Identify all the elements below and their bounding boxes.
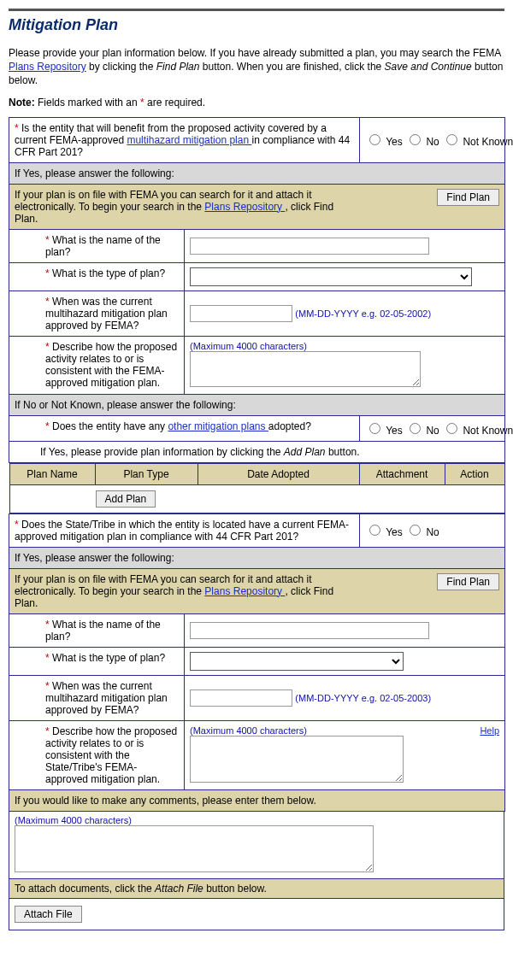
note-line: Note: Fields marked with an * are requir…: [9, 97, 504, 109]
plans-repository-link[interactable]: Plans Repository: [9, 61, 86, 73]
q-desc-1: Describe how the proposed activity relat…: [45, 341, 177, 389]
multihazard-plan-link[interactable]: multihazard mitigation plan: [127, 134, 251, 146]
col-action: Action: [445, 463, 504, 484]
q1-yes-radio[interactable]: [369, 134, 380, 145]
page-title: Mitigation Plan: [9, 16, 504, 34]
plan-date-input-2[interactable]: [190, 690, 292, 707]
max-hint-2: (Maximum 4000 characters): [190, 725, 499, 736]
intro-before: Please provide your plan information bel…: [9, 47, 501, 59]
ifyes-header-1: If Yes, please answer the following:: [9, 162, 505, 184]
note-label: Note:: [9, 97, 35, 109]
q2-no-radio[interactable]: [410, 423, 421, 434]
attach-hdr-before: To attach documents, click the: [15, 883, 155, 895]
top-rule: [9, 9, 504, 11]
q3-yes-label: Yes: [386, 526, 403, 538]
col-attachment: Attachment: [359, 463, 445, 484]
q1-nk-radio[interactable]: [446, 134, 457, 145]
plan-desc-textarea-1[interactable]: [190, 351, 421, 387]
req-ast: *: [45, 680, 52, 692]
date-hint-1: (MM-DD-YYYY e.g. 02-05-2002): [295, 308, 431, 319]
intro-mid: by clicking the: [86, 61, 156, 73]
q-type-2: What is the type of plan?: [52, 652, 165, 664]
req-ast: *: [45, 234, 52, 246]
col-plan-name: Plan Name: [9, 463, 95, 484]
q1-no-radio[interactable]: [410, 134, 421, 145]
find-plan-button-1[interactable]: Find Plan: [437, 189, 499, 206]
q-other-before: Does the entity have any: [52, 420, 168, 432]
plan-type-select-1[interactable]: [190, 267, 472, 286]
req-ast: *: [15, 519, 21, 531]
note-tail: are required.: [144, 97, 205, 109]
note-text: Fields marked with an: [35, 97, 140, 109]
q-state: Does the State/Tribe in which the entity…: [15, 519, 349, 543]
attach-file-button[interactable]: Attach File: [15, 906, 82, 923]
req-ast: *: [45, 725, 52, 737]
req-ast: *: [15, 122, 21, 134]
q2-nk-radio[interactable]: [446, 423, 457, 434]
q1-nk-label: Not Known: [463, 136, 513, 148]
ifyes-addplan-em: Add Plan: [284, 446, 326, 458]
ifyes-addplan-after: button.: [326, 446, 360, 458]
attach-hdr-em: Attach File: [155, 883, 203, 895]
q-type-1: What is the type of plan?: [52, 267, 165, 279]
req-ast: *: [45, 296, 52, 308]
max-hint-1: (Maximum 4000 characters): [190, 341, 499, 351]
plan-name-input-2[interactable]: [190, 622, 429, 639]
intro-after: button. When you are finished, click the: [199, 61, 384, 73]
plan-date-input-1[interactable]: [190, 305, 292, 322]
find-plan-button-2[interactable]: Find Plan: [437, 573, 499, 590]
date-hint-2: (MM-DD-YYYY e.g. 02-05-2003): [295, 693, 431, 703]
q2-yes-radio[interactable]: [369, 423, 380, 434]
other-mitigation-plans-link[interactable]: other mitigation plans: [168, 420, 268, 432]
max-hint-3: (Maximum 4000 characters): [15, 815, 498, 825]
plan-desc-textarea-2[interactable]: [190, 736, 404, 783]
req-ast: *: [45, 420, 52, 432]
form-table: * Is the entity that will benefit from t…: [9, 117, 505, 812]
plans-repository-link-2[interactable]: Plans Repository: [204, 201, 285, 213]
q-name-1: What is the name of the plan?: [45, 234, 161, 258]
q-when-1: When was the current multihazard mitigat…: [45, 296, 168, 332]
comments-header: If you would like to make any comments, …: [9, 789, 505, 811]
plan-type-select-2[interactable]: [190, 652, 404, 671]
col-date-adopted: Date Adopted: [198, 463, 359, 484]
ifyes-addplan-before: If Yes, please provide plan information …: [40, 446, 284, 458]
q-name-2: What is the name of the plan?: [45, 619, 161, 643]
q1-yes-label: Yes: [386, 136, 403, 148]
plans-repository-link-3[interactable]: Plans Repository: [204, 585, 285, 597]
comments-textarea[interactable]: [15, 825, 374, 872]
q1-no-label: No: [426, 136, 439, 148]
q2-yes-label: Yes: [386, 425, 403, 437]
help-link[interactable]: Help: [480, 725, 499, 736]
q2-nk-label: Not Known: [463, 425, 513, 437]
q-when-2: When was the current multihazard mitigat…: [45, 680, 168, 716]
ifyes-header-2: If Yes, please answer the following:: [9, 547, 505, 568]
other-plans-table: Plan Name Plan Type Date Adopted Attachm…: [9, 463, 505, 485]
req-ast: *: [45, 267, 52, 279]
add-plan-button[interactable]: Add Plan: [96, 490, 156, 508]
q-desc-2: Describe how the proposed activity relat…: [45, 725, 177, 785]
q3-yes-radio[interactable]: [369, 525, 380, 536]
ifno-header: If No or Not Known, please answer the fo…: [9, 394, 505, 415]
q2-no-label: No: [426, 425, 439, 437]
q3-no-label: No: [426, 526, 439, 538]
plan-name-input-1[interactable]: [190, 238, 429, 255]
req-ast: *: [45, 619, 52, 631]
q3-no-radio[interactable]: [410, 525, 421, 536]
req-ast: *: [45, 341, 52, 353]
intro-findplan-em: Find Plan: [156, 61, 200, 73]
req-ast: *: [45, 652, 52, 664]
intro-savecont-em: Save and Continue: [385, 61, 472, 73]
attach-hdr-after: button below.: [203, 883, 267, 895]
q-other-after: adopted?: [268, 420, 311, 432]
col-plan-type: Plan Type: [95, 463, 198, 484]
intro-text: Please provide your plan information bel…: [9, 46, 504, 88]
